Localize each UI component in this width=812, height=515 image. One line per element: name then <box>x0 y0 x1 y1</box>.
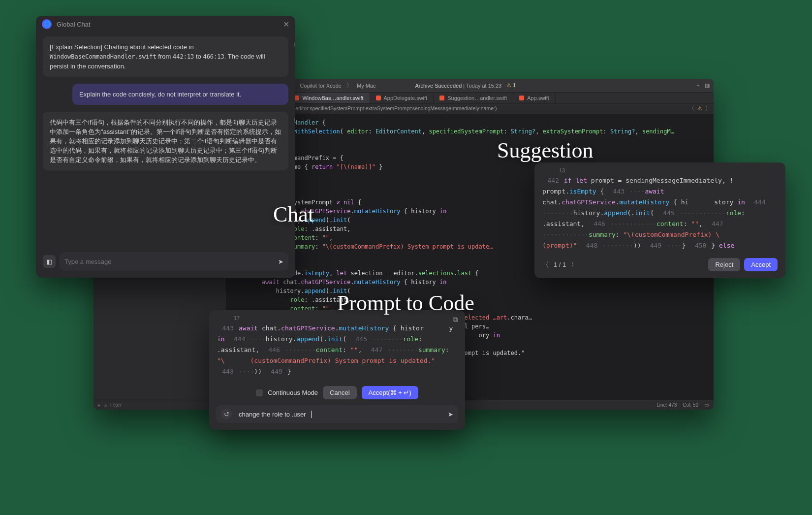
prev-icon[interactable]: 〈 <box>542 260 549 269</box>
suggestion-code: 442if let prompt = sendingMessageImmedia… <box>534 173 785 253</box>
add-icon[interactable]: ＋ <box>96 402 101 409</box>
chat-message-assistant: ⧉ [Explain Selection] Chatting about sel… <box>43 36 288 77</box>
chat-message-user: Explain the code concisely, do not inter… <box>72 84 288 105</box>
cancel-button[interactable]: Cancel <box>323 386 356 399</box>
continuous-checkbox[interactable] <box>256 389 263 396</box>
reject-button[interactable]: Reject <box>708 258 740 271</box>
nav-next-icon[interactable]: 〉 <box>705 105 711 112</box>
scheme-selector[interactable]: Copilot for Xcode <box>300 83 342 89</box>
prompt-to-code-panel: ⧉ 17 443await chat.chatGPTService.mutate… <box>209 310 465 430</box>
swift-icon <box>519 96 524 100</box>
chat-message-assistant: ⧉ 代码中有三个if语句，根据条件的不同分别执行不同的操作，都是向聊天历史记录中… <box>43 112 288 170</box>
chat-header: 🌐 Global Chat ✕ <box>36 16 295 32</box>
global-chat-panel: 🌐 Global Chat ✕ ⧉ [Explain Selection] Ch… <box>36 16 295 278</box>
filter-icon[interactable]: ⌕ <box>104 402 107 408</box>
nav-prev-icon[interactable]: 〈 <box>689 105 694 112</box>
clear-icon[interactable]: ◧ <box>43 255 56 268</box>
swift-icon <box>376 96 381 100</box>
editor-tab[interactable]: AppDelegate.swift <box>370 93 434 103</box>
minimap-icon[interactable]: ▭ <box>704 402 709 408</box>
p2c-hint-line: 17 <box>209 315 465 321</box>
suggestion-pager: 〈 1 / 1 〉 <box>542 260 577 269</box>
suggestion-panel: 13 442if let prompt = sendingMessageImme… <box>534 162 785 278</box>
close-icon[interactable]: ✕ <box>283 20 289 29</box>
add-tab-icon[interactable]: ＋ <box>695 82 701 89</box>
suggestion-hint-line: 13 <box>534 167 785 173</box>
send-icon[interactable]: ➤ <box>278 258 283 265</box>
navigator-footer: ＋ ⌕ <box>94 400 226 410</box>
next-icon[interactable]: 〉 <box>571 260 577 269</box>
p2c-input-wrap: ↺ change the role to .user ➤ <box>216 405 458 423</box>
send-icon[interactable]: ➤ <box>448 411 453 418</box>
swift-icon <box>439 96 444 100</box>
accept-button[interactable]: Accept <box>744 258 778 271</box>
undo-icon[interactable]: ↺ <box>221 409 232 419</box>
globe-icon: 🌐 <box>42 19 52 29</box>
build-status: Archive Succeeded | Today at 15:23 <box>415 83 501 89</box>
editor-tab[interactable]: WindowBas…andler.swift <box>288 93 370 103</box>
copy-icon[interactable]: ⧉ <box>294 116 295 125</box>
accept-button[interactable]: Accept(⌘ + ↵) <box>362 386 418 399</box>
nav-filter-input[interactable] <box>110 402 223 408</box>
chat-input[interactable] <box>64 258 273 265</box>
chat-input-wrap: ➤ <box>60 252 288 271</box>
warning-badge[interactable]: ⚠ 1 <box>506 82 516 89</box>
p2c-code: 443await chat.chatGPTService.mutateHisto… <box>209 321 465 379</box>
copy-icon[interactable]: ⧉ <box>294 40 295 50</box>
cursor-line: Line: 473 <box>656 402 677 408</box>
cursor-col: Col: 50 <box>683 402 698 408</box>
chat-title: Global Chat <box>57 21 91 28</box>
copy-icon[interactable]: ⧉ <box>453 315 458 324</box>
editor-tab[interactable]: App.swift <box>513 93 556 103</box>
destination-selector[interactable]: My Mac <box>357 83 376 89</box>
library-icon[interactable]: ▥ <box>705 82 710 89</box>
warning-icon[interactable]: ⚠ <box>697 105 702 112</box>
p2c-input-value[interactable]: change the role to .user <box>239 411 306 418</box>
continuous-label: Continuous Mode <box>268 389 318 396</box>
editor-tab[interactable]: Suggestion…andler.swift <box>434 93 513 103</box>
